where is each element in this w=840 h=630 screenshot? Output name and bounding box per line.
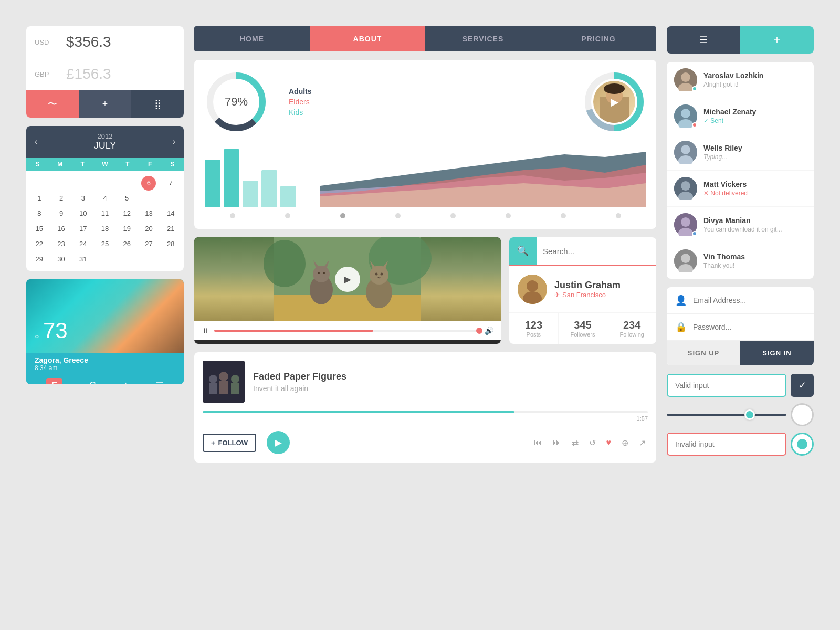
cal-cell[interactable]: 28 (160, 236, 182, 251)
message-item-michael[interactable]: Michael Zenaty ✓ Sent (667, 98, 814, 134)
validate-button[interactable]: ✓ (791, 374, 814, 397)
currency-chart-button[interactable]: 〜 (26, 90, 79, 118)
slider-circle-button[interactable] (791, 403, 814, 426)
slider-thumb[interactable] (744, 410, 755, 420)
music-progress-track[interactable] (203, 411, 648, 413)
volume-icon[interactable]: 🔊 (485, 327, 494, 335)
calendar-prev-button[interactable]: ‹ (35, 137, 37, 146)
prev-button[interactable]: ⏮ (532, 436, 544, 449)
nav-home[interactable]: HOME (194, 26, 310, 51)
cal-cell[interactable] (28, 175, 50, 191)
cal-cell[interactable]: 4 (94, 191, 116, 206)
slider-track[interactable] (667, 414, 786, 416)
menu-button[interactable]: ☰ (667, 26, 740, 54)
cal-cell[interactable]: 30 (50, 251, 72, 267)
invalid-input-field[interactable] (667, 433, 786, 456)
chart-dot[interactable] (616, 213, 621, 218)
cal-cell[interactable]: 13 (138, 206, 160, 221)
cal-cell[interactable] (138, 251, 160, 267)
cal-cell[interactable]: 10 (72, 206, 94, 221)
cal-cell[interactable] (50, 175, 72, 191)
next-button[interactable]: ⏭ (551, 436, 563, 449)
cal-cell[interactable]: 31 (72, 251, 94, 267)
valid-input-field[interactable] (667, 374, 786, 397)
weather-add-button[interactable]: + (123, 380, 129, 384)
add-message-button[interactable]: + (740, 26, 814, 54)
cal-cell[interactable]: 19 (116, 221, 138, 236)
search-input[interactable] (537, 247, 656, 256)
nav-services[interactable]: SERVICES (425, 26, 541, 51)
calendar-next-button[interactable]: › (173, 137, 175, 146)
cal-cell[interactable] (138, 191, 160, 206)
cal-cell[interactable]: 17 (72, 221, 94, 236)
shuffle-button[interactable]: ⇄ (570, 436, 581, 450)
cal-cell[interactable] (160, 191, 182, 206)
currency-grid-button[interactable]: ⣿ (131, 90, 184, 118)
nav-pricing[interactable]: PRICING (541, 26, 656, 51)
cal-cell[interactable]: 5 (116, 191, 138, 206)
follow-button[interactable]: + FOLLOW (203, 434, 256, 452)
weather-list-button[interactable]: ☰ (155, 380, 164, 385)
cal-cell[interactable]: 11 (94, 206, 116, 221)
cal-cell[interactable]: 27 (138, 236, 160, 251)
repeat-button[interactable]: ↺ (587, 436, 598, 450)
cal-cell[interactable]: 18 (94, 221, 116, 236)
cal-cell[interactable]: 15 (28, 221, 50, 236)
chart-dot[interactable] (285, 213, 290, 218)
video-play-button[interactable]: ▶ (335, 267, 360, 292)
email-field[interactable] (693, 296, 805, 304)
profile-play-icon[interactable]: ▶ (611, 96, 618, 108)
cal-cell[interactable]: 26 (116, 236, 138, 251)
cal-cell[interactable]: 29 (28, 251, 50, 267)
message-item-wells[interactable]: Wells Riley Typing... (667, 134, 814, 171)
cal-cell-today[interactable]: 6 (141, 176, 156, 191)
cal-cell[interactable]: 14 (160, 206, 182, 221)
chart-dot-active[interactable] (340, 213, 345, 218)
cal-cell[interactable] (116, 175, 138, 191)
cal-cell[interactable]: 1 (28, 191, 50, 206)
message-item-vin[interactable]: Vin Thomas Thank you! (667, 243, 814, 279)
cal-cell[interactable]: 7 (160, 175, 182, 191)
cal-cell[interactable]: 9 (50, 206, 72, 221)
nav-about[interactable]: ABOUT (310, 26, 425, 51)
chart-dot[interactable] (230, 213, 235, 218)
cal-cell[interactable] (116, 251, 138, 267)
cal-cell[interactable]: 20 (138, 221, 160, 236)
cal-cell[interactable]: 25 (94, 236, 116, 251)
video-pause-button[interactable]: ⏸ (202, 327, 209, 335)
weather-f-button[interactable]: F (46, 378, 62, 384)
signin-button[interactable]: SIGN IN (740, 341, 814, 365)
cal-cell[interactable] (72, 175, 94, 191)
cal-cell[interactable]: 3 (72, 191, 94, 206)
weather-c-button[interactable]: C (89, 380, 96, 384)
cal-cell[interactable]: 22 (28, 236, 50, 251)
cal-cell[interactable]: 24 (72, 236, 94, 251)
chart-dot[interactable] (395, 213, 401, 218)
music-play-button[interactable]: ▶ (267, 431, 290, 454)
radio-button[interactable] (791, 433, 814, 456)
cal-cell[interactable] (94, 175, 116, 191)
chart-dot[interactable] (561, 213, 566, 218)
download-button[interactable]: ⊕ (620, 436, 631, 450)
cal-cell[interactable] (160, 251, 182, 267)
cal-cell[interactable]: 23 (50, 236, 72, 251)
share-button[interactable]: ↗ (637, 436, 648, 450)
like-button[interactable]: ♥ (604, 436, 614, 449)
chart-dot[interactable] (450, 213, 456, 218)
cal-cell[interactable]: 8 (28, 206, 50, 221)
video-progress-thumb[interactable] (476, 328, 482, 334)
cal-cell[interactable]: 21 (160, 221, 182, 236)
cal-cell[interactable]: 12 (116, 206, 138, 221)
message-item-yaroslav[interactable]: Yaroslav Lozhkin Alright got it! (667, 62, 814, 98)
video-progress-track[interactable] (214, 330, 479, 332)
cal-cell[interactable]: 2 (50, 191, 72, 206)
password-field[interactable] (693, 323, 805, 331)
signup-button[interactable]: SIGN UP (667, 341, 740, 365)
message-item-matt[interactable]: Matt Vickers ✕ Not delivered (667, 171, 814, 207)
chart-dot[interactable] (506, 213, 511, 218)
message-item-divya[interactable]: Divya Manian You can download it on git.… (667, 207, 814, 243)
search-button[interactable]: 🔍 (509, 237, 537, 265)
cal-cell[interactable]: 16 (50, 221, 72, 236)
cal-cell[interactable] (94, 251, 116, 267)
currency-add-button[interactable]: + (79, 90, 131, 118)
